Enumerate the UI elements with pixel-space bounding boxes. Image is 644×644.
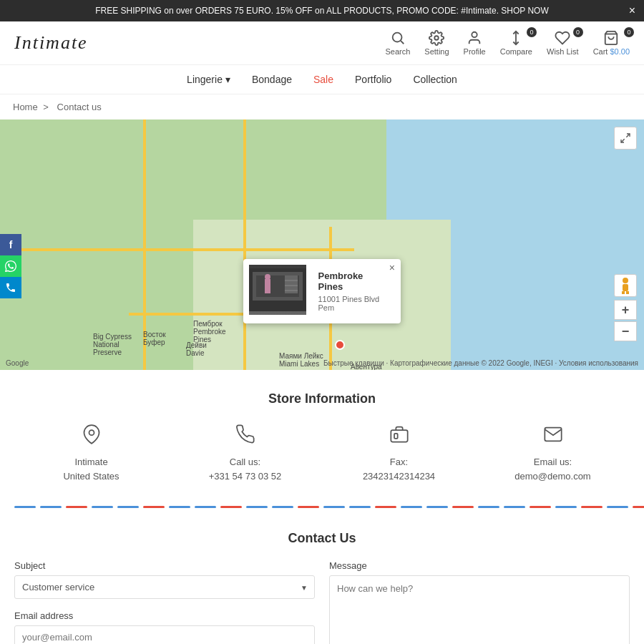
svg-line-1 [401,41,404,44]
svg-rect-20 [626,291,629,294]
cart-label: Cart $0.00 [593,47,630,56]
zoom-in-btn[interactable]: + [614,300,637,320]
dash-blue-4 [117,506,139,508]
nav-link-collection[interactable]: Collection [413,74,457,85]
dash-blue-7 [246,506,268,508]
dash-divider [0,497,644,517]
banner-text: FREE SHIPPING on over ORDERS 75 EURO. 15… [95,6,549,16]
email-field[interactable] [14,625,315,644]
dash-red-3 [220,506,242,508]
profile-icon-btn[interactable]: Profile [464,30,486,56]
top-banner: FREE SHIPPING on over ORDERS 75 EURO. 15… [0,0,644,21]
dash-blue-5 [169,506,190,508]
dash-red-2 [143,506,165,508]
profile-label: Profile [464,47,486,56]
logo[interactable]: Intimate [14,32,88,54]
map-footer-text: Быстрые клавиши · Картографические данны… [0,359,644,367]
dash-red-9 [633,506,644,508]
whatsapp-icon[interactable] [0,255,21,277]
phone-icon[interactable] [0,277,21,298]
svg-point-21 [89,430,94,435]
message-label: Message [329,560,630,571]
store-phone-item: Call us: +331 54 73 03 52 [168,424,322,483]
subject-label: Subject [14,560,315,571]
svg-point-3 [472,32,477,37]
svg-line-15 [626,134,630,137]
dash-blue-16 [607,506,628,508]
map-popup: × [243,259,401,323]
map-label-davie: ДейвиDavie [186,341,207,357]
dash-blue-6 [195,506,216,508]
store-location-item: Intimate United States [14,424,168,483]
dash-blue-10 [349,506,371,508]
email-label: Email address [14,610,315,621]
setting-icon-btn[interactable]: Setting [424,30,449,56]
search-icon-btn[interactable]: Search [385,30,410,56]
store-email-text: Email us: demo@demo.com [476,455,630,483]
fullscreen-btn[interactable] [614,127,637,150]
dash-blue-13 [478,506,499,508]
svg-point-17 [623,278,628,283]
fax-icon [322,424,476,449]
form-left: Subject Customer service General inquiry… [14,560,315,644]
map-label-cypress: Big CypressNationalPreserve [93,333,132,356]
subject-group: Subject Customer service General inquiry… [14,560,315,599]
compare-label: Compare [500,47,532,56]
breadcrumb-home[interactable]: Home [13,102,38,112]
dash-blue-12 [426,506,448,508]
svg-rect-19 [622,291,625,294]
subject-select-wrapper: Customer service General inquiry Technic… [14,575,315,599]
wishlist-icon-btn[interactable]: 0 Wish List [547,30,579,56]
compare-badge: 0 [527,27,537,37]
email-icon [476,424,630,449]
wishlist-badge: 0 [573,27,583,37]
store-info-title: Store Information [14,391,630,406]
map-popup-info: Pembroke Pines 11001 Pines Blvd Pem [312,265,395,318]
chevron-down-icon: ▾ [225,74,230,85]
map-pin-pembroke[interactable] [335,340,345,350]
dash-blue-8 [272,506,293,508]
breadcrumb-separator: > [43,102,51,112]
wishlist-label: Wish List [547,47,579,56]
dash-red-8 [581,506,602,508]
dash-red-1 [66,506,87,508]
location-icon [14,424,168,449]
store-phone-text: Call us: +331 54 73 03 52 [168,455,322,483]
phone-store-icon [168,424,322,449]
header-icons: Search Setting Profile 0 Compare [385,30,630,56]
message-textarea[interactable] [329,575,630,644]
nav-link-sale[interactable]: Sale [313,74,333,85]
svg-point-2 [435,36,439,40]
nav-link-portfolio[interactable]: Portfolio [355,74,391,85]
dash-blue-1 [14,506,36,508]
map-controls-right [614,127,637,150]
banner-close[interactable]: × [629,4,635,17]
nav-link-lingerie[interactable]: Lingerie [187,74,223,85]
subject-select[interactable]: Customer service General inquiry Technic… [14,575,315,599]
person-icon[interactable] [614,274,637,297]
nav-lingerie[interactable]: Lingerie ▾ [187,74,230,85]
main-nav: Lingerie ▾ Bondage Sale Portfolio Collec… [0,65,644,94]
dash-red-5 [375,506,396,508]
compare-icon-btn[interactable]: 0 Compare [500,30,532,56]
breadcrumb: Home > Contact us [0,94,644,119]
header: Intimate Search Setting Profile 0 [0,21,644,65]
zoom-out-btn[interactable]: − [614,321,637,341]
facebook-icon[interactable]: f [0,234,21,255]
setting-label: Setting [424,47,449,56]
map-label-doral: ВостокБуфер [143,331,166,346]
svg-rect-18 [623,284,628,291]
nav-link-bondage[interactable]: Bondage [252,74,292,85]
form-right: Message [329,560,630,644]
cart-icon-btn[interactable]: 0 Cart $0.00 [593,30,630,56]
dash-blue-3 [92,506,113,508]
store-location-text: Intimate United States [14,455,168,483]
map-popup-close[interactable]: × [389,262,395,273]
cart-price: $0.00 [610,47,630,56]
store-info-grid: Intimate United States Call us: +331 54 … [14,424,630,483]
map-container: ПемброкPembrokePines ХолливудHollywood Х… [0,119,644,370]
dash-blue-11 [401,506,422,508]
breadcrumb-current: Contact us [57,102,102,112]
store-info-section: Store Information Intimate United States [0,370,644,497]
map-road [0,248,354,251]
